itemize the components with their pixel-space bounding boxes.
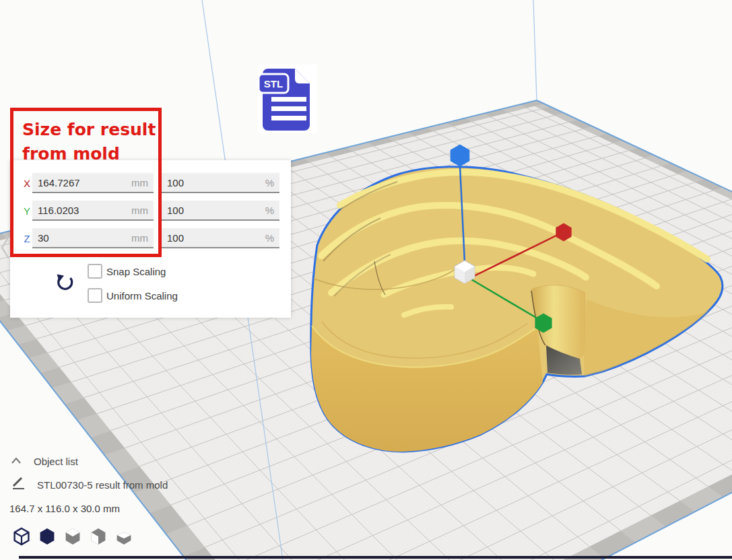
- cube-icon-4[interactable]: [92, 528, 106, 545]
- scale-x-pct-value: 100: [167, 177, 184, 188]
- snap-scaling-checkbox[interactable]: [88, 264, 102, 279]
- uniform-scaling-label: Uniform Scaling: [106, 290, 178, 302]
- annotation-line1: Size for result: [22, 120, 156, 139]
- annotation-line2: from mold: [22, 144, 120, 164]
- reset-scale-icon[interactable]: [55, 273, 76, 295]
- snap-scaling-label: Snap Scaling: [106, 266, 166, 277]
- annotation-box: Size for result from mold: [10, 108, 162, 257]
- bottom-toolbar-edge: [19, 556, 732, 559]
- cube-icon-2[interactable]: [40, 528, 55, 545]
- stl-badge-label: STL: [264, 78, 283, 90]
- cube-icon-5[interactable]: [117, 532, 131, 545]
- object-list-item[interactable]: STL00730-5 result from mold: [37, 479, 168, 491]
- scale-z-pct-value: 100: [167, 232, 184, 244]
- scale-y-pct-field[interactable]: 100 %: [162, 201, 279, 221]
- object-list-header[interactable]: Object list: [34, 456, 78, 467]
- scale-y-pct-value: 100: [167, 205, 184, 216]
- scale-z-pct-unit: %: [265, 232, 274, 244]
- slicer-viewport: STL Size for result from mold X 164.7267…: [0, 0, 732, 560]
- scale-x-pct-field[interactable]: 100 %: [162, 173, 279, 193]
- model-dimensions: 164.7 x 116.0 x 30.0 mm: [9, 503, 120, 514]
- edit-pencil-icon[interactable]: [11, 475, 27, 491]
- scale-y-pct-unit: %: [265, 205, 274, 216]
- uniform-scaling-checkbox[interactable]: [88, 288, 102, 303]
- scale-z-pct-field[interactable]: 100 %: [162, 228, 279, 248]
- scale-x-pct-unit: %: [265, 177, 274, 188]
- collapse-chevron-icon[interactable]: [10, 456, 24, 466]
- cube-icon-1[interactable]: [15, 528, 29, 545]
- stl-file-icon: STL: [258, 65, 317, 133]
- view-mode-toolbar: [12, 527, 147, 550]
- cube-icon-3[interactable]: [66, 528, 80, 545]
